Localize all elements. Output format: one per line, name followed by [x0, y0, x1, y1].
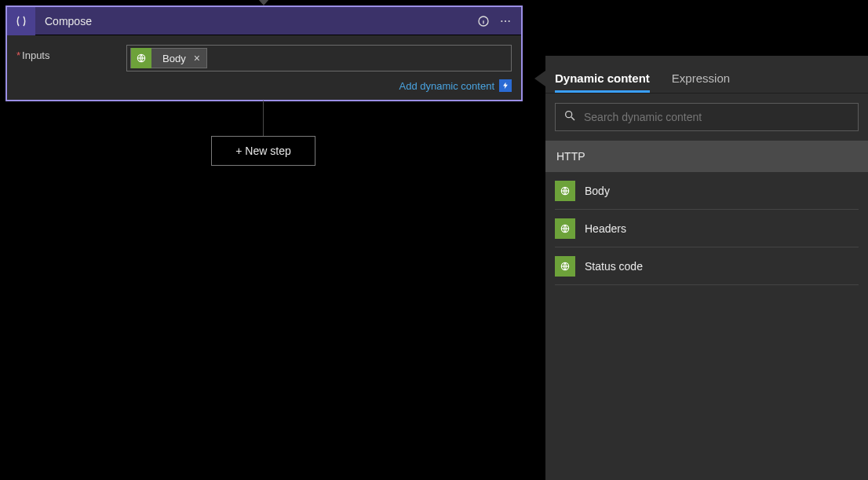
- dynamic-item-status-code[interactable]: Status code: [555, 247, 859, 285]
- svg-point-3: [501, 20, 502, 21]
- section-header-http: HTTP: [545, 141, 868, 172]
- token-label: Body: [151, 53, 192, 64]
- dynamic-item-label: Status code: [585, 260, 643, 273]
- inputs-label-text: Inputs: [22, 49, 49, 61]
- compose-body: *Inputs Body ×: [7, 35, 521, 76]
- dynamic-item-headers[interactable]: Headers: [555, 210, 859, 247]
- compose-action-card[interactable]: Compose *Inputs: [5, 5, 523, 101]
- svg-point-5: [509, 20, 510, 21]
- svg-point-4: [505, 20, 506, 21]
- add-dynamic-content-link[interactable]: Add dynamic content: [399, 80, 494, 92]
- search-box[interactable]: [555, 103, 859, 131]
- compose-header[interactable]: Compose: [7, 7, 521, 35]
- dynamic-content-list: Body Headers Status code: [545, 172, 868, 285]
- http-icon: [555, 218, 575, 239]
- compose-title: Compose: [35, 15, 471, 27]
- http-icon: [131, 48, 151, 68]
- info-icon[interactable]: [471, 15, 496, 27]
- dynamic-item-body[interactable]: Body: [555, 172, 859, 210]
- tab-dynamic-content[interactable]: Dynamic content: [555, 71, 650, 93]
- connector-arrow-top: [258, 0, 269, 5]
- dynamic-content-panel: Dynamic content Expression HTTP Body: [545, 56, 868, 480]
- dynamic-item-label: Headers: [585, 222, 626, 235]
- more-icon[interactable]: [496, 15, 521, 27]
- search-icon: [563, 109, 576, 125]
- compose-icon: [7, 7, 35, 35]
- add-dynamic-row: Add dynamic content: [7, 76, 521, 100]
- connector-line: [263, 101, 264, 136]
- panel-tabs: Dynamic content Expression: [545, 56, 868, 93]
- inputs-field[interactable]: Body ×: [126, 45, 512, 71]
- new-step-label: + New step: [235, 145, 290, 157]
- required-asterisk: *: [16, 49, 20, 61]
- new-step-button[interactable]: + New step: [211, 136, 315, 166]
- search-input[interactable]: [584, 111, 850, 123]
- http-icon: [555, 181, 575, 201]
- input-token-body[interactable]: Body ×: [130, 48, 207, 68]
- svg-line-8: [571, 117, 574, 120]
- inputs-label: *Inputs: [16, 45, 126, 61]
- panel-callout-arrow: [534, 71, 545, 86]
- dynamic-item-label: Body: [585, 185, 610, 197]
- tab-expression[interactable]: Expression: [672, 71, 730, 93]
- svg-point-7: [566, 112, 572, 118]
- lightning-icon[interactable]: [499, 79, 512, 92]
- token-remove-icon[interactable]: ×: [192, 52, 206, 64]
- http-icon: [555, 256, 575, 277]
